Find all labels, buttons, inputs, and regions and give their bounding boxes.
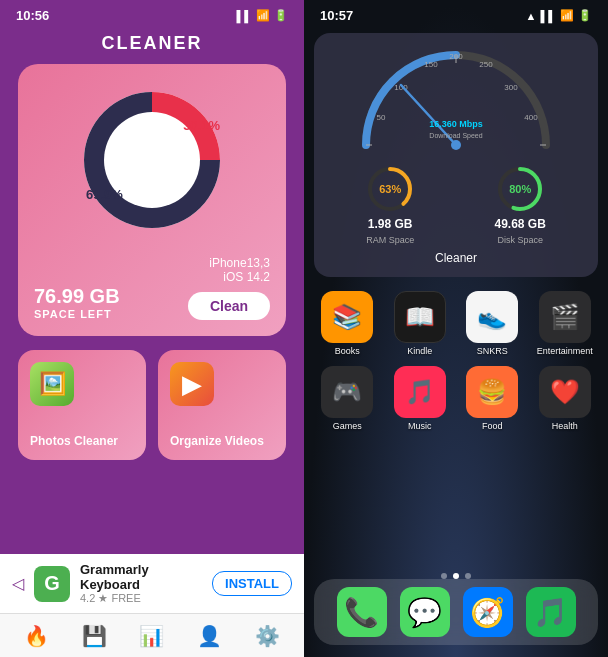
ram-ring: 63% (366, 165, 414, 213)
organize-videos-card[interactable]: ▶ Organize Videos (158, 350, 286, 460)
dock-safari[interactable]: 🧭 (463, 587, 513, 637)
storage-info: 76.99 GB SPACE LEFT (34, 285, 120, 320)
app-games[interactable]: 🎮 Games (316, 366, 379, 431)
ad-sub: 4.2 ★ FREE (80, 592, 202, 605)
kindle-icon: 📖 (394, 291, 446, 343)
bottom-nav: 🔥 💾 📊 👤 ⚙️ (0, 613, 304, 657)
status-icons-left: ▌▌ 📶 🔋 (236, 9, 288, 22)
ad-free: FREE (111, 592, 140, 604)
health-label: Health (552, 421, 578, 431)
ram-percent: 63% (379, 183, 401, 195)
status-icons-right: ▲ ▌▌ 📶 🔋 (526, 9, 592, 22)
app-grid: 📚 Books 📖 Kindle 👟 SNKRS 🎬 Entertainment… (304, 283, 608, 439)
app-kindle[interactable]: 📖 Kindle (389, 291, 452, 356)
disk-label: Disk Space (497, 235, 543, 245)
device-info: iPhone13,3 iOS 14.2 (209, 256, 270, 284)
ram-value: 1.98 GB (368, 217, 413, 231)
health-icon: ❤️ (539, 366, 591, 418)
videos-icon: ▶ (170, 362, 214, 406)
right-phone: 10:57 ▲ ▌▌ 📶 🔋 0 50 (304, 0, 608, 657)
disk-value: 49.68 GB (494, 217, 545, 231)
ad-banner: ◁ G Grammarly Keyboard 4.2 ★ FREE INSTAL… (0, 554, 304, 613)
nav-speed-icon[interactable]: 📊 (139, 624, 164, 648)
dock: 📞 💬 🧭 🎵 (314, 579, 598, 645)
nav-contact-icon[interactable]: 👤 (197, 624, 222, 648)
ad-text: Grammarly Keyboard 4.2 ★ FREE (80, 562, 202, 605)
svg-text:300: 300 (504, 83, 518, 92)
snkrs-label: SNKRS (477, 346, 508, 356)
location-icon: ▲ (526, 10, 537, 22)
app-food[interactable]: 🍔 Food (461, 366, 524, 431)
cleaner-widget: 0 50 100 150 200 250 300 400 450 16.360 … (314, 33, 598, 277)
device-os: iOS 14.2 (209, 270, 270, 284)
nav-chip-icon[interactable]: 💾 (82, 624, 107, 648)
clean-button[interactable]: Clean (188, 292, 270, 320)
disk-stat: 80% 49.68 GB Disk Space (494, 165, 545, 245)
books-label: Books (335, 346, 360, 356)
storage-row: 76.99 GB SPACE LEFT iPhone13,3 iOS 14.2 … (34, 256, 270, 320)
food-icon: 🍔 (466, 366, 518, 418)
ad-name: Grammarly Keyboard (80, 562, 202, 592)
battery-icon-right: 🔋 (578, 9, 592, 22)
app-health[interactable]: ❤️ Health (534, 366, 597, 431)
battery-icon: 🔋 (274, 9, 288, 22)
storage-gb: 76.99 GB (34, 285, 120, 308)
entertainment-icon: 🎬 (539, 291, 591, 343)
svg-text:150: 150 (424, 60, 438, 69)
time-right: 10:57 (320, 8, 353, 23)
nav-settings-icon[interactable]: ⚙️ (255, 624, 280, 648)
storage-label: SPACE LEFT (34, 308, 120, 320)
svg-text:400: 400 (524, 113, 538, 122)
svg-point-15 (451, 140, 461, 150)
app-title: CLEANER (101, 33, 202, 54)
svg-text:200: 200 (449, 52, 463, 61)
app-music[interactable]: 🎵 Music (389, 366, 452, 431)
ad-arrow-icon: ◁ (12, 574, 24, 593)
books-icon: 📚 (321, 291, 373, 343)
music-icon: 🎵 (394, 366, 446, 418)
speedometer: 0 50 100 150 200 250 300 400 450 16.360 … (326, 45, 586, 155)
svg-text:450: 450 (549, 153, 563, 155)
app-books[interactable]: 📚 Books (316, 291, 379, 356)
games-label: Games (333, 421, 362, 431)
pie-dark-label: 69.9% (86, 187, 123, 202)
food-label: Food (482, 421, 503, 431)
device-model: iPhone13,3 (209, 256, 270, 270)
kindle-label: Kindle (407, 346, 432, 356)
pie-red-label: 30.1% (183, 118, 220, 133)
grammarly-icon: G (34, 566, 70, 602)
wifi-icon-right: 📶 (560, 9, 574, 22)
status-bar-right: 10:57 ▲ ▌▌ 📶 🔋 (304, 0, 608, 27)
nav-clean-icon[interactable]: 🔥 (24, 624, 49, 648)
photos-cleaner-card[interactable]: 🖼️ Photos Cleaner (18, 350, 146, 460)
app-snkrs[interactable]: 👟 SNKRS (461, 291, 524, 356)
stats-row: 63% 1.98 GB RAM Space 80% 49.68 GB Disk … (326, 165, 586, 245)
svg-text:250: 250 (479, 60, 493, 69)
install-button[interactable]: INSTALL (212, 571, 292, 596)
svg-text:Download Speed: Download Speed (429, 132, 482, 140)
status-bar-left: 10:56 ▌▌ 📶 🔋 (0, 0, 304, 27)
svg-text:0: 0 (354, 153, 359, 155)
svg-text:50: 50 (377, 113, 386, 122)
dock-phone[interactable]: 📞 (337, 587, 387, 637)
disk-ring: 80% (496, 165, 544, 213)
dock-spotify[interactable]: 🎵 (526, 587, 576, 637)
pie-chart: 30.1% 69.9% (72, 80, 232, 240)
ad-rating: 4.2 (80, 592, 95, 604)
ad-stars: ★ (98, 592, 111, 604)
games-icon: 🎮 (321, 366, 373, 418)
entertainment-label: Entertainment (537, 346, 593, 356)
signal-icon: ▌▌ (236, 10, 252, 22)
time-left: 10:56 (16, 8, 49, 23)
dock-messages[interactable]: 💬 (400, 587, 450, 637)
photos-label: Photos Cleaner (30, 434, 118, 448)
widget-name: Cleaner (326, 251, 586, 265)
feature-row: 🖼️ Photos Cleaner ▶ Organize Videos (18, 350, 286, 460)
app-entertainment[interactable]: 🎬 Entertainment (534, 291, 597, 356)
ram-stat: 63% 1.98 GB RAM Space (366, 165, 414, 245)
ram-label: RAM Space (366, 235, 414, 245)
disk-percent: 80% (509, 183, 531, 195)
signal-icon-right: ▌▌ (540, 10, 556, 22)
wifi-icon: 📶 (256, 9, 270, 22)
snkrs-icon: 👟 (466, 291, 518, 343)
